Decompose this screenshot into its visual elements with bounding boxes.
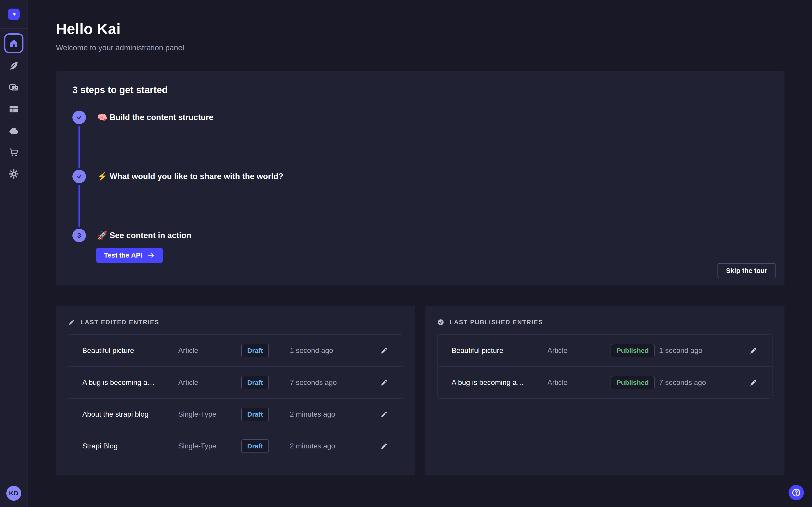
status-badge: Published: [611, 376, 655, 389]
pencil-icon: [380, 347, 388, 355]
entry-title: Strapi Blog: [82, 442, 178, 450]
entry-row: A bug is becoming a… Article Draft 7 sec…: [68, 367, 403, 398]
entry-title: Beautiful picture: [452, 346, 547, 355]
edit-entry-button[interactable]: [377, 440, 390, 452]
cta-row: Test the API: [96, 248, 776, 263]
step-2-status-circle: [72, 170, 86, 183]
sidebar-item-cloud[interactable]: [7, 124, 20, 137]
entry-time: 2 minutes ago: [290, 410, 377, 418]
check-icon: [75, 173, 83, 180]
check-icon: [75, 114, 83, 121]
edit-entry-button[interactable]: [747, 376, 759, 389]
entry-time: 7 seconds ago: [659, 378, 746, 387]
last-edited-title: LAST EDITED ENTRIES: [81, 319, 159, 326]
test-the-api-label: Test the API: [104, 251, 142, 259]
cloud-icon: [8, 125, 19, 136]
entry-type: Single-Type: [178, 442, 241, 450]
test-the-api-button[interactable]: Test the API: [96, 248, 163, 263]
sidebar-item-content-manager[interactable]: [7, 59, 20, 72]
sidebar-item-media-library[interactable]: [7, 81, 20, 94]
entry-title: A bug is becoming a…: [452, 378, 547, 387]
onboarding-title: 3 steps to get started: [72, 84, 776, 95]
sidebar-nav: [0, 29, 28, 481]
main-content: Hello Kai Welcome to your administration…: [29, 0, 812, 475]
sidebar-divider: [0, 481, 28, 481]
entry-title: Beautiful picture: [82, 346, 178, 355]
step-3-number-circle: 3: [72, 229, 86, 242]
status-badge: Draft: [241, 376, 269, 389]
help-button[interactable]: [789, 485, 804, 500]
edit-entry-button[interactable]: [377, 344, 390, 357]
entry-title: About the strapi blog: [82, 410, 178, 418]
pencil-icon: [749, 347, 757, 355]
gear-icon: [8, 169, 19, 179]
last-published-header: LAST PUBLISHED ENTRIES: [437, 319, 772, 326]
page-header: Hello Kai Welcome to your administration…: [56, 0, 784, 52]
entry-row: A bug is becoming a… Article Published 7…: [438, 367, 772, 398]
arrow-right-icon: [147, 251, 155, 259]
step-row-3: 3 🚀 See content in action: [72, 229, 776, 242]
edit-entry-button[interactable]: [377, 408, 390, 421]
entry-panels: LAST EDITED ENTRIES Beautiful picture Ar…: [56, 306, 784, 475]
last-published-title: LAST PUBLISHED ENTRIES: [450, 319, 543, 326]
sidebar-item-settings[interactable]: [7, 167, 20, 181]
layout-icon: [8, 104, 19, 114]
check-circle-icon: [437, 319, 444, 326]
step-2-label: ⚡ What would you like to share with the …: [97, 172, 283, 181]
entry-time: 2 minutes ago: [290, 442, 377, 450]
pencil-icon: [68, 319, 75, 326]
page-title: Hello Kai: [56, 20, 784, 38]
entry-type: Article: [547, 346, 611, 355]
entry-time: 1 second ago: [290, 346, 377, 355]
sidebar-item-marketplace[interactable]: [7, 146, 20, 159]
status-badge: Draft: [241, 439, 269, 453]
sidebar: KD: [0, 0, 28, 507]
entry-title: A bug is becoming a…: [82, 378, 178, 387]
sidebar-item-home[interactable]: [4, 33, 23, 53]
entry-time: 7 seconds ago: [290, 378, 377, 387]
onboarding-card: 3 steps to get started 🧠 Build the conte…: [56, 71, 784, 285]
step-row-1: 🧠 Build the content structure: [72, 111, 776, 124]
page-subtitle: Welcome to your administration panel: [56, 43, 784, 52]
edit-entry-button[interactable]: [377, 376, 390, 389]
question-circle-icon: [791, 488, 801, 498]
entry-type: Article: [178, 346, 241, 355]
workspace-logo-area: [0, 0, 28, 29]
strapi-logo-icon: [10, 10, 18, 18]
pencil-icon: [380, 410, 388, 418]
entry-type: Single-Type: [178, 410, 241, 418]
skip-the-tour-button[interactable]: Skip the tour: [717, 263, 776, 278]
step-connector: [79, 126, 80, 168]
pencil-icon: [380, 442, 388, 450]
step-1-status-circle: [72, 111, 86, 124]
status-badge: Draft: [241, 344, 269, 357]
step-1-label: 🧠 Build the content structure: [97, 113, 213, 122]
strapi-logo[interactable]: [8, 9, 19, 20]
step-3-label: 🚀 See content in action: [97, 231, 191, 240]
last-edited-table: Beautiful picture Article Draft 1 second…: [68, 334, 403, 462]
last-edited-panel: LAST EDITED ENTRIES Beautiful picture Ar…: [56, 306, 415, 475]
edit-entry-button[interactable]: [747, 344, 759, 357]
entry-row: Strapi Blog Single-Type Draft 2 minutes …: [68, 430, 403, 462]
cart-icon: [8, 147, 19, 158]
home-icon: [9, 38, 19, 48]
entry-type: Article: [547, 378, 611, 387]
step-connector: [79, 185, 80, 227]
entry-row: About the strapi blog Single-Type Draft …: [68, 398, 403, 430]
pencil-icon: [380, 379, 388, 387]
entry-row: Beautiful picture Article Draft 1 second…: [68, 335, 403, 367]
pencil-icon: [749, 379, 757, 387]
sidebar-item-content-type-builder[interactable]: [7, 102, 20, 116]
last-edited-header: LAST EDITED ENTRIES: [68, 319, 403, 326]
status-badge: Published: [611, 344, 655, 357]
entry-row: Beautiful picture Article Published 1 se…: [438, 335, 772, 367]
entry-time: 1 second ago: [659, 346, 746, 355]
images-icon: [8, 82, 19, 93]
status-badge: Draft: [241, 408, 269, 421]
entry-type: Article: [178, 378, 241, 387]
step-row-2: ⚡ What would you like to share with the …: [72, 170, 776, 183]
feather-icon: [8, 60, 19, 71]
user-avatar[interactable]: KD: [6, 486, 21, 501]
onboarding-steps: 🧠 Build the content structure ⚡ What wou…: [72, 111, 776, 263]
last-published-panel: LAST PUBLISHED ENTRIES Beautiful picture…: [425, 306, 784, 475]
